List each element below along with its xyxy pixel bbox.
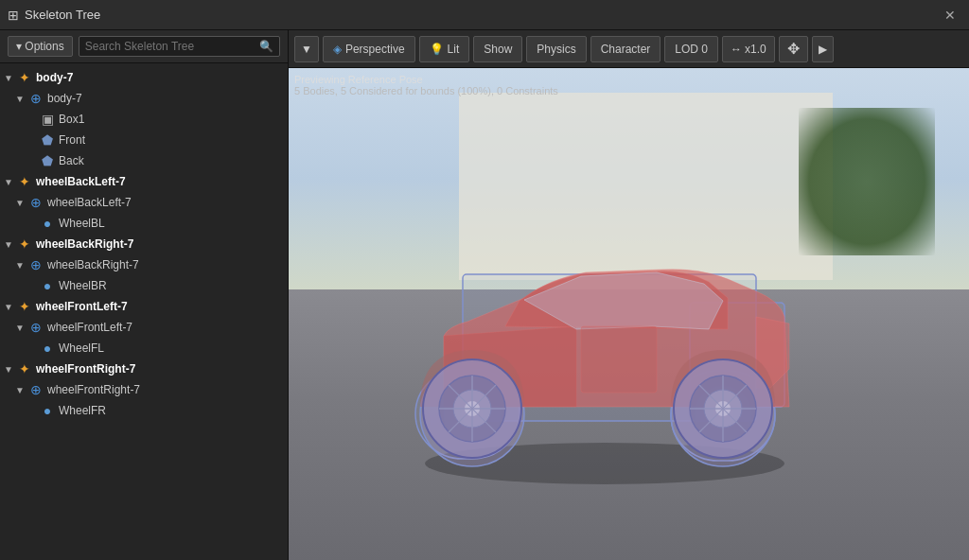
expand-icon[interactable]: ▼: [15, 323, 26, 333]
lit-button[interactable]: 💡 Lit: [419, 36, 470, 62]
search-icon: 🔍: [259, 40, 273, 53]
item-label: wheelBackLeft-7: [47, 196, 132, 209]
character-button[interactable]: Character: [590, 36, 661, 62]
viewport-dropdown-button[interactable]: ▼: [294, 36, 319, 62]
physics-icon: ⊕: [28, 320, 44, 335]
expand-icon[interactable]: ▼: [15, 198, 26, 208]
title-bar: ⊞ Skeleton Tree ✕: [0, 0, 969, 30]
tree-item[interactable]: ▼⊕wheelBackRight-7: [0, 254, 288, 275]
item-label: WheelFR: [59, 404, 106, 417]
item-label: WheelBL: [59, 217, 105, 230]
physics-label: Physics: [537, 43, 575, 56]
tree-item[interactable]: ▼✦wheelFrontLeft-7: [0, 296, 288, 317]
tree-item[interactable]: ⬟Back: [0, 150, 288, 171]
bone-icon: ✦: [17, 236, 32, 252]
expand-icon[interactable]: ▼: [15, 260, 26, 271]
physics-icon: ⊕: [28, 91, 44, 106]
expand-icon[interactable]: ▼: [15, 94, 26, 104]
character-label: Character: [601, 43, 651, 56]
item-label: Back: [59, 154, 84, 167]
info-line-1: Previewing Reference Pose: [294, 74, 558, 85]
viewport-toolbar: ▼ ◈ Perspective 💡 Lit Show Physics Chara…: [289, 30, 969, 68]
tree-container[interactable]: ▼✦body-7▼⊕body-7▣Box1⬟Front⬟Back▼✦wheelB…: [0, 63, 288, 560]
item-label: wheelBackLeft-7: [36, 175, 126, 188]
scale-icon: ↔: [731, 43, 742, 56]
expand-icon[interactable]: ▼: [15, 385, 26, 395]
expand-icon[interactable]: ▼: [4, 302, 15, 312]
item-label: WheelBR: [59, 279, 107, 292]
skeleton-tree-icon: ⊞: [8, 8, 19, 23]
sphere-icon: ●: [40, 216, 55, 231]
physics-icon: ⊕: [28, 257, 44, 272]
show-button[interactable]: Show: [473, 36, 522, 62]
bone-icon: ✦: [17, 70, 32, 85]
bone-icon: ✦: [17, 174, 32, 189]
item-label: body-7: [47, 92, 82, 105]
sphere-icon: ●: [40, 403, 55, 418]
scene-background: [289, 68, 969, 560]
tree-item[interactable]: ▼✦wheelBackLeft-7: [0, 171, 288, 192]
item-label: wheelFrontRight-7: [47, 383, 140, 396]
scale-label: x1.0: [745, 43, 766, 56]
sphere-icon: ●: [40, 278, 55, 293]
right-panel: ▼ ◈ Perspective 💡 Lit Show Physics Chara…: [289, 30, 969, 560]
viewport-canvas[interactable]: Previewing Reference Pose 5 Bodies, 5 Co…: [289, 68, 969, 560]
item-label: wheelBackRight-7: [36, 237, 133, 251]
expand-icon[interactable]: ▼: [4, 73, 15, 83]
bone-icon: ✦: [17, 361, 32, 376]
tree-item[interactable]: ⬟Front: [0, 130, 288, 150]
more-button[interactable]: ▶: [812, 36, 834, 62]
tree-item[interactable]: ●WheelBR: [0, 275, 288, 296]
shield-icon: ⬟: [40, 132, 55, 148]
tree-item[interactable]: ▼✦wheelFrontRight-7: [0, 359, 288, 379]
physics-icon: ⊕: [28, 195, 44, 210]
physics-button[interactable]: Physics: [526, 36, 586, 62]
tree-item[interactable]: ▼✦wheelBackRight-7: [0, 234, 288, 254]
expand-icon[interactable]: ▼: [4, 177, 15, 187]
tree-item[interactable]: ●WheelFR: [0, 400, 288, 421]
scale-button[interactable]: ↔ x1.0: [722, 36, 775, 62]
search-input[interactable]: [85, 40, 255, 53]
options-bar: ▾ Options 🔍: [0, 30, 288, 63]
tree-item[interactable]: ●WheelFL: [0, 338, 288, 359]
physics-icon: ⊕: [28, 382, 44, 397]
item-label: WheelFL: [59, 341, 104, 355]
perspective-label: Perspective: [345, 43, 405, 56]
bone-icon: ✦: [17, 299, 32, 314]
panel-title: Skeleton Tree: [25, 8, 933, 22]
close-button[interactable]: ✕: [939, 6, 961, 25]
expand-icon[interactable]: ▼: [4, 364, 15, 375]
shield-icon: ⬟: [40, 153, 55, 168]
item-label: wheelBackRight-7: [47, 258, 139, 271]
move-button[interactable]: ✥: [779, 36, 808, 62]
tree-item[interactable]: ▼⊕wheelFrontRight-7: [0, 379, 288, 400]
tree-item[interactable]: ●WheelBL: [0, 213, 288, 234]
dropdown-arrow-icon: ▼: [301, 43, 312, 56]
sphere-icon: ●: [40, 341, 55, 356]
perspective-icon: ◈: [333, 43, 342, 56]
svg-rect-27: [581, 326, 657, 393]
item-label: Front: [59, 133, 85, 147]
left-panel: ▾ Options 🔍 ▼✦body-7▼⊕body-7▣Box1⬟Front⬟…: [0, 30, 289, 560]
viewport-info-overlay: Previewing Reference Pose 5 Bodies, 5 Co…: [294, 74, 558, 96]
item-label: Box1: [59, 113, 84, 126]
lit-icon: 💡: [430, 43, 444, 56]
show-label: Show: [484, 43, 512, 56]
tree-item[interactable]: ▼⊕wheelBackLeft-7: [0, 192, 288, 213]
tree-item[interactable]: ▼⊕body-7: [0, 88, 288, 109]
lod-button[interactable]: LOD 0: [664, 36, 718, 62]
tree-item[interactable]: ▼⊕wheelFrontLeft-7: [0, 317, 288, 338]
lit-label: Lit: [448, 43, 460, 56]
perspective-button[interactable]: ◈ Perspective: [323, 36, 415, 62]
info-line-2: 5 Bodies, 5 Considered for bounds (100%)…: [294, 85, 558, 96]
tree-item[interactable]: ▣Box1: [0, 109, 288, 130]
expand-icon[interactable]: ▼: [4, 239, 15, 250]
options-button[interactable]: ▾ Options: [8, 36, 73, 57]
item-label: wheelFrontLeft-7: [36, 300, 128, 313]
search-box: 🔍: [79, 36, 280, 57]
item-label: body-7: [36, 71, 73, 84]
main-layout: ▾ Options 🔍 ▼✦body-7▼⊕body-7▣Box1⬟Front⬟…: [0, 30, 969, 560]
tree-item[interactable]: ▼✦body-7: [0, 67, 288, 88]
item-label: wheelFrontLeft-7: [47, 321, 132, 334]
car-svg: [359, 161, 851, 501]
